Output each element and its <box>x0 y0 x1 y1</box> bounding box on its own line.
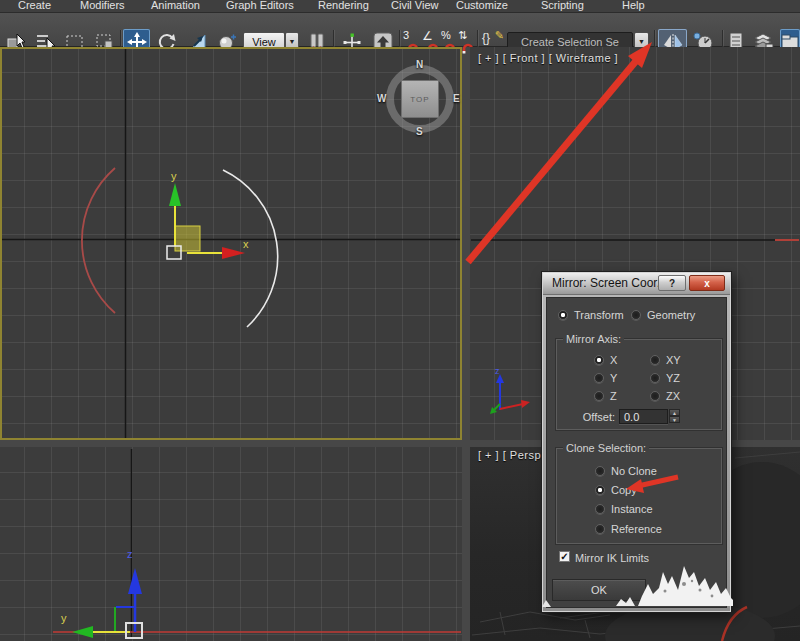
reference-label: Reference <box>611 523 662 535</box>
menu-animation[interactable]: Animation <box>151 0 200 11</box>
offset-input[interactable]: 0.0 <box>619 409 668 424</box>
reference-radio[interactable] <box>595 524 605 534</box>
mirror-axis-group-title: Mirror Axis: <box>563 333 624 345</box>
dialog-title-bar[interactable]: Mirror: Screen Coor... ? x <box>543 273 730 295</box>
mirror-ik-limits-label: Mirror IK Limits <box>575 552 649 564</box>
chevron-down-icon: ▼ <box>638 38 645 45</box>
transform-radio-option[interactable]: Transform <box>558 309 624 321</box>
chevron-down-icon: ▼ <box>289 38 296 45</box>
no-clone-option[interactable]: No Clone <box>595 465 657 477</box>
3dsmax-window: Create Modifiers Animation Graph Editors… <box>0 0 800 641</box>
axis-yz-option[interactable]: YZ <box>650 372 680 384</box>
dialog-help-button[interactable]: ? <box>658 275 686 291</box>
axis-xy-radio[interactable] <box>650 355 660 365</box>
dialog-close-button[interactable]: x <box>689 275 725 291</box>
clone-selection-group: Clone Selection: No Clone Copy Instance … <box>556 448 722 544</box>
geometry-radio[interactable] <box>631 310 641 320</box>
copy-radio[interactable] <box>595 485 605 495</box>
menu-modifiers[interactable]: Modifiers <box>80 0 125 11</box>
axis-x-option[interactable]: X <box>594 354 617 366</box>
spinner-down-icon[interactable]: ▼ <box>669 416 680 423</box>
geometry-label: Geometry <box>647 309 695 321</box>
axis-xy-option[interactable]: XY <box>650 354 681 366</box>
instance-label: Instance <box>611 503 653 515</box>
angle-snap-glyph: ∠ <box>422 29 433 43</box>
compass-south-label: S <box>416 126 423 137</box>
transform-label: Transform <box>574 309 624 321</box>
menu-create[interactable]: Create <box>18 0 51 11</box>
ok-button-label: OK <box>591 584 607 596</box>
viewcube-face-label: TOP <box>410 95 429 104</box>
menu-help[interactable]: Help <box>622 0 645 11</box>
dialog-body: Transform Geometry Mirror Axis: X XY <box>546 297 727 608</box>
compass-west-label: W <box>377 93 386 104</box>
no-clone-radio[interactable] <box>595 466 605 476</box>
axis-zx-radio[interactable] <box>650 391 660 401</box>
help-icon: ? <box>669 278 675 289</box>
axis-x-label: X <box>610 354 617 366</box>
copy-label: Copy <box>611 484 637 496</box>
ok-button[interactable]: OK <box>552 579 646 601</box>
axis-yz-label: YZ <box>666 372 680 384</box>
viewcube-top-face[interactable]: TOP <box>401 80 439 118</box>
clone-selection-group-title: Clone Selection: <box>563 442 649 454</box>
compass-north-label: N <box>416 59 423 70</box>
mirror-dialog: Mirror: Screen Coor... ? x Transform Geo… <box>542 272 731 612</box>
axis-zx-option[interactable]: ZX <box>650 390 680 402</box>
instance-option[interactable]: Instance <box>595 503 653 515</box>
main-toolbar: View ▼ 3 ∠ % ⇅ <box>0 12 800 47</box>
no-clone-label: No Clone <box>611 465 657 477</box>
compass-east-label: E <box>453 93 460 104</box>
menu-graph-editors[interactable]: Graph Editors <box>226 0 294 11</box>
axis-x-radio[interactable] <box>594 355 604 365</box>
mirror-axis-group: Mirror Axis: X XY Y YZ <box>556 339 722 430</box>
offset-spinner[interactable]: ▲ ▼ <box>669 409 680 423</box>
spinner-snap-glyph: ⇅ <box>458 29 467 42</box>
spinner-up-icon[interactable]: ▲ <box>669 409 680 416</box>
checkmark-icon: ✓ <box>560 552 568 561</box>
close-icon: x <box>704 278 710 289</box>
coordinate-system-value: View <box>252 36 276 48</box>
percent-snap-label: % <box>441 29 451 41</box>
transform-radio[interactable] <box>558 310 568 320</box>
axis-y-radio[interactable] <box>594 373 604 383</box>
menu-bar: Create Modifiers Animation Graph Editors… <box>0 0 800 12</box>
selection-set-value: Create Selection Se <box>521 36 619 48</box>
menu-customize[interactable]: Customize <box>456 0 508 11</box>
axis-z-label: Z <box>610 390 617 402</box>
viewport-left[interactable] <box>0 447 462 641</box>
offset-value: 0.0 <box>624 411 639 423</box>
dialog-title: Mirror: Screen Coor... <box>552 276 667 290</box>
copy-option[interactable]: Copy <box>595 484 637 496</box>
pencil-icon: ✎ <box>495 29 504 42</box>
offset-label: Offset: <box>575 411 615 423</box>
braces-icon: {} <box>482 31 490 45</box>
viewcube[interactable]: TOP N S W E <box>383 62 457 136</box>
menu-rendering[interactable]: Rendering <box>318 0 369 11</box>
instance-radio[interactable] <box>595 504 605 514</box>
axis-yz-radio[interactable] <box>650 373 660 383</box>
menu-civil-view[interactable]: Civil View <box>391 0 438 11</box>
axis-y-option[interactable]: Y <box>594 372 617 384</box>
geometry-radio-option[interactable]: Geometry <box>631 309 695 321</box>
axis-z-radio[interactable] <box>594 391 604 401</box>
reference-option[interactable]: Reference <box>595 523 662 535</box>
axis-z-option[interactable]: Z <box>594 390 617 402</box>
axis-zx-label: ZX <box>666 390 680 402</box>
axis-y-label: Y <box>610 372 617 384</box>
snap-3-label: 3 <box>403 29 409 41</box>
front-viewport-label[interactable]: [ + ] [ Front ] [ Wireframe ] <box>478 52 618 64</box>
menu-scripting[interactable]: Scripting <box>541 0 584 11</box>
mirror-ik-limits-checkbox[interactable]: ✓ <box>559 551 570 562</box>
axis-xy-label: XY <box>666 354 681 366</box>
